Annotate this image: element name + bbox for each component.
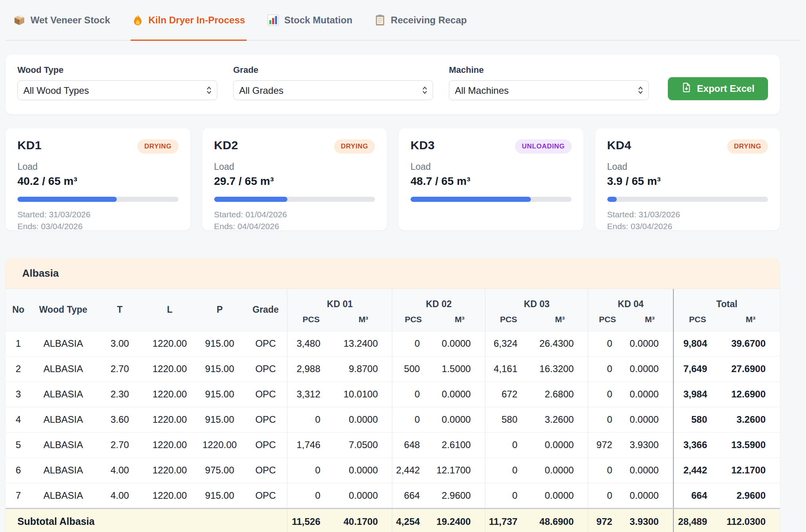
table-cell: 7 (6, 483, 31, 508)
ends-date: Ends: 03/04/2026 (17, 220, 179, 232)
tab-kiln-dryer-in-process[interactable]: Kiln Dryer In-Process (131, 12, 247, 41)
kiln-progress-track (214, 197, 375, 202)
table-cell: 664 (392, 483, 434, 508)
table-cell: 7.0500 (335, 432, 392, 458)
subtotal-cell: 19.2400 (434, 508, 485, 532)
table-cell: 0 (588, 407, 627, 432)
table-cell: 0.0000 (532, 458, 588, 483)
table-cell: 0.0000 (627, 483, 673, 508)
tab-label: Receiving Recap (391, 15, 467, 26)
machine-label: Machine (449, 65, 649, 75)
table-cell: 0.0000 (434, 407, 485, 432)
table-cell: ALBASIA (31, 483, 95, 508)
table-cell: 915.00 (195, 483, 244, 508)
kiln-dates: Started: 01/04/2026 Ends: 04/04/2026 (214, 209, 375, 233)
table-row: 4 ALBASIA 3.60 1220.00 915.00 OPC 0 0.00… (6, 407, 780, 432)
table-cell: 0.0000 (434, 382, 485, 407)
table-cell: 1 (6, 331, 31, 356)
table-cell: 0.0000 (627, 382, 673, 407)
grade-filter: Grade All Grades (233, 65, 433, 100)
table-cell: OPC (244, 356, 287, 382)
table-cell: 1220.00 (144, 407, 195, 432)
table-cell: OPC (244, 483, 287, 508)
tab-label: Kiln Dryer In-Process (148, 15, 245, 26)
table-cell: OPC (244, 432, 287, 458)
sub-header-pcs: PCS (287, 311, 335, 331)
sub-header-m3: M³ (434, 311, 485, 331)
subtotal-cell: 11,737 (485, 508, 532, 532)
clipboard-icon (374, 14, 386, 26)
sub-header-pcs: PCS (673, 311, 721, 331)
kiln-progress-fill (17, 197, 117, 202)
tab-bar: Wet Veneer Stock Kiln Dryer In-Process S… (6, 0, 800, 41)
tab-stock-mutation[interactable]: Stock Mutation (266, 12, 354, 41)
tab-receiving-recap[interactable]: Receiving Recap (373, 12, 468, 41)
wood-type-label: Wood Type (17, 65, 217, 75)
table-cell: ALBASIA (31, 458, 95, 483)
export-excel-button[interactable]: Export Excel (668, 77, 768, 100)
table-row: 1 ALBASIA 3.00 1220.00 915.00 OPC 3,480 … (6, 331, 780, 356)
col-group-kd04: KD 04 (588, 289, 673, 311)
export-excel-label: Export Excel (697, 83, 755, 94)
table-cell: OPC (244, 331, 287, 356)
table-cell: 0.0000 (335, 458, 392, 483)
table-cell: 580 (485, 407, 532, 432)
load-value: 40.2 / 65 m³ (17, 175, 179, 188)
table-cell: 2,988 (287, 356, 335, 382)
kiln-name: KD4 (607, 139, 631, 152)
sub-header-m3: M³ (532, 311, 588, 331)
kiln-stock-table: No Wood Type T L P Grade KD 01 KD 02 KD … (6, 289, 780, 532)
table-cell: 648 (392, 432, 434, 458)
grade-select[interactable]: All Grades (233, 80, 433, 100)
subtotal-cell: 4,254 (392, 508, 434, 532)
subtotal-cell: 11,526 (287, 508, 335, 532)
ends-date: Ends: 03/04/2026 (607, 220, 768, 232)
table-cell: 1220.00 (195, 432, 244, 458)
table-cell: 4 (6, 407, 31, 432)
table-cell: 915.00 (195, 407, 244, 432)
table-cell: 6,324 (485, 331, 532, 356)
sub-header-pcs: PCS (588, 311, 627, 331)
table-cell: 0.0000 (627, 331, 673, 356)
table-cell: 13.2400 (335, 331, 392, 356)
table-cell: 5 (6, 432, 31, 458)
status-badge: DRYING (137, 139, 178, 154)
col-header-t: T (95, 289, 144, 331)
table-cell: 0.0000 (335, 407, 392, 432)
tab-wet-veneer-stock[interactable]: Wet Veneer Stock (12, 12, 112, 41)
grade-label: Grade (233, 65, 433, 75)
status-badge: UNLOADING (515, 139, 571, 154)
table-cell: 3,366 (673, 432, 721, 458)
col-group-kd03: KD 03 (485, 289, 588, 311)
table-cell: 39.6700 (721, 331, 780, 356)
table-cell: 500 (392, 356, 434, 382)
machine-select[interactable]: All Machines (449, 80, 649, 100)
table-cell: 580 (673, 407, 721, 432)
table-cell: 2,442 (392, 458, 434, 483)
started-date: Started: 01/04/2026 (214, 209, 375, 220)
table-cell: 0 (287, 407, 335, 432)
tab-label: Stock Mutation (284, 15, 352, 26)
subtotal-cell: 112.0300 (721, 508, 780, 532)
table-cell: 16.3200 (532, 356, 588, 382)
table-cell: 1220.00 (144, 432, 195, 458)
subtotal-cell: 972 (588, 508, 627, 532)
table-cell: 915.00 (195, 331, 244, 356)
table-cell: 0 (588, 356, 627, 382)
wood-type-select[interactable]: All Wood Types (17, 80, 217, 100)
table-cell: 2.9600 (721, 483, 780, 508)
subtotal-cell: 28,489 (673, 508, 721, 532)
table-cell: 664 (673, 483, 721, 508)
table-cell: 6 (6, 458, 31, 483)
wood-type-filter: Wood Type All Wood Types (17, 65, 217, 100)
table-cell: 9.8700 (335, 356, 392, 382)
table-cell: 2.6800 (532, 382, 588, 407)
col-header-no: No (6, 289, 31, 331)
table-cell: 2 (6, 356, 31, 382)
load-label: Load (607, 162, 768, 172)
table-cell: 12.6900 (721, 382, 780, 407)
table-header: No Wood Type T L P Grade KD 01 KD 02 KD … (6, 289, 780, 331)
table-cell: ALBASIA (31, 432, 95, 458)
kiln-card-kd4: KD4 DRYING Load 3.9 / 65 m³ Started: 31/… (595, 128, 780, 230)
table-cell: 0 (287, 458, 335, 483)
